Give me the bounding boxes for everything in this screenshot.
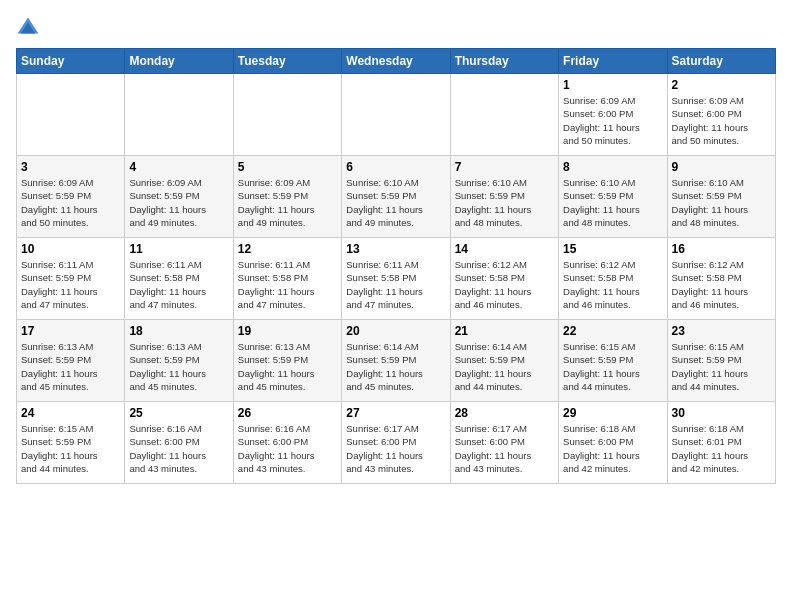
day-info: Sunrise: 6:14 AM Sunset: 5:59 PM Dayligh… — [455, 340, 554, 393]
calendar-cell — [342, 74, 450, 156]
logo-icon — [16, 16, 40, 40]
day-number: 14 — [455, 242, 554, 256]
calendar-week-row: 1Sunrise: 6:09 AM Sunset: 6:00 PM Daylig… — [17, 74, 776, 156]
day-number: 28 — [455, 406, 554, 420]
weekday-header: Saturday — [667, 49, 775, 74]
day-number: 5 — [238, 160, 337, 174]
day-info: Sunrise: 6:09 AM Sunset: 5:59 PM Dayligh… — [21, 176, 120, 229]
weekday-header-row: SundayMondayTuesdayWednesdayThursdayFrid… — [17, 49, 776, 74]
calendar-cell: 25Sunrise: 6:16 AM Sunset: 6:00 PM Dayli… — [125, 402, 233, 484]
calendar-cell: 2Sunrise: 6:09 AM Sunset: 6:00 PM Daylig… — [667, 74, 775, 156]
calendar-cell: 6Sunrise: 6:10 AM Sunset: 5:59 PM Daylig… — [342, 156, 450, 238]
weekday-header: Sunday — [17, 49, 125, 74]
day-number: 9 — [672, 160, 771, 174]
calendar-cell: 28Sunrise: 6:17 AM Sunset: 6:00 PM Dayli… — [450, 402, 558, 484]
day-number: 8 — [563, 160, 662, 174]
day-number: 10 — [21, 242, 120, 256]
calendar-week-row: 24Sunrise: 6:15 AM Sunset: 5:59 PM Dayli… — [17, 402, 776, 484]
calendar-cell: 27Sunrise: 6:17 AM Sunset: 6:00 PM Dayli… — [342, 402, 450, 484]
calendar-cell: 16Sunrise: 6:12 AM Sunset: 5:58 PM Dayli… — [667, 238, 775, 320]
day-number: 27 — [346, 406, 445, 420]
calendar-cell: 20Sunrise: 6:14 AM Sunset: 5:59 PM Dayli… — [342, 320, 450, 402]
day-info: Sunrise: 6:18 AM Sunset: 6:01 PM Dayligh… — [672, 422, 771, 475]
day-number: 22 — [563, 324, 662, 338]
calendar-cell — [450, 74, 558, 156]
calendar-cell: 3Sunrise: 6:09 AM Sunset: 5:59 PM Daylig… — [17, 156, 125, 238]
calendar-cell: 26Sunrise: 6:16 AM Sunset: 6:00 PM Dayli… — [233, 402, 341, 484]
day-info: Sunrise: 6:10 AM Sunset: 5:59 PM Dayligh… — [563, 176, 662, 229]
calendar-cell: 18Sunrise: 6:13 AM Sunset: 5:59 PM Dayli… — [125, 320, 233, 402]
calendar-cell: 12Sunrise: 6:11 AM Sunset: 5:58 PM Dayli… — [233, 238, 341, 320]
day-info: Sunrise: 6:10 AM Sunset: 5:59 PM Dayligh… — [672, 176, 771, 229]
day-info: Sunrise: 6:18 AM Sunset: 6:00 PM Dayligh… — [563, 422, 662, 475]
day-number: 21 — [455, 324, 554, 338]
day-info: Sunrise: 6:10 AM Sunset: 5:59 PM Dayligh… — [346, 176, 445, 229]
day-number: 26 — [238, 406, 337, 420]
day-info: Sunrise: 6:13 AM Sunset: 5:59 PM Dayligh… — [21, 340, 120, 393]
calendar-cell — [125, 74, 233, 156]
day-number: 13 — [346, 242, 445, 256]
day-number: 19 — [238, 324, 337, 338]
day-number: 12 — [238, 242, 337, 256]
weekday-header: Friday — [559, 49, 667, 74]
weekday-header: Wednesday — [342, 49, 450, 74]
calendar-table: SundayMondayTuesdayWednesdayThursdayFrid… — [16, 48, 776, 484]
calendar-week-row: 10Sunrise: 6:11 AM Sunset: 5:59 PM Dayli… — [17, 238, 776, 320]
calendar-cell: 7Sunrise: 6:10 AM Sunset: 5:59 PM Daylig… — [450, 156, 558, 238]
calendar-cell: 21Sunrise: 6:14 AM Sunset: 5:59 PM Dayli… — [450, 320, 558, 402]
day-info: Sunrise: 6:09 AM Sunset: 6:00 PM Dayligh… — [563, 94, 662, 147]
day-info: Sunrise: 6:15 AM Sunset: 5:59 PM Dayligh… — [672, 340, 771, 393]
calendar-cell: 24Sunrise: 6:15 AM Sunset: 5:59 PM Dayli… — [17, 402, 125, 484]
day-number: 25 — [129, 406, 228, 420]
day-info: Sunrise: 6:13 AM Sunset: 5:59 PM Dayligh… — [129, 340, 228, 393]
day-info: Sunrise: 6:13 AM Sunset: 5:59 PM Dayligh… — [238, 340, 337, 393]
day-number: 24 — [21, 406, 120, 420]
day-info: Sunrise: 6:12 AM Sunset: 5:58 PM Dayligh… — [672, 258, 771, 311]
calendar-cell: 17Sunrise: 6:13 AM Sunset: 5:59 PM Dayli… — [17, 320, 125, 402]
day-number: 3 — [21, 160, 120, 174]
day-number: 30 — [672, 406, 771, 420]
day-info: Sunrise: 6:11 AM Sunset: 5:58 PM Dayligh… — [238, 258, 337, 311]
day-info: Sunrise: 6:16 AM Sunset: 6:00 PM Dayligh… — [238, 422, 337, 475]
day-number: 6 — [346, 160, 445, 174]
day-info: Sunrise: 6:09 AM Sunset: 5:59 PM Dayligh… — [129, 176, 228, 229]
day-info: Sunrise: 6:11 AM Sunset: 5:58 PM Dayligh… — [346, 258, 445, 311]
calendar-cell: 1Sunrise: 6:09 AM Sunset: 6:00 PM Daylig… — [559, 74, 667, 156]
calendar-cell: 14Sunrise: 6:12 AM Sunset: 5:58 PM Dayli… — [450, 238, 558, 320]
day-number: 16 — [672, 242, 771, 256]
calendar-cell: 19Sunrise: 6:13 AM Sunset: 5:59 PM Dayli… — [233, 320, 341, 402]
logo — [16, 16, 44, 40]
calendar-cell: 5Sunrise: 6:09 AM Sunset: 5:59 PM Daylig… — [233, 156, 341, 238]
day-info: Sunrise: 6:14 AM Sunset: 5:59 PM Dayligh… — [346, 340, 445, 393]
day-info: Sunrise: 6:11 AM Sunset: 5:59 PM Dayligh… — [21, 258, 120, 311]
weekday-header: Tuesday — [233, 49, 341, 74]
calendar-cell: 22Sunrise: 6:15 AM Sunset: 5:59 PM Dayli… — [559, 320, 667, 402]
day-info: Sunrise: 6:16 AM Sunset: 6:00 PM Dayligh… — [129, 422, 228, 475]
page-header — [16, 16, 776, 40]
day-number: 2 — [672, 78, 771, 92]
calendar-week-row: 17Sunrise: 6:13 AM Sunset: 5:59 PM Dayli… — [17, 320, 776, 402]
calendar-cell: 9Sunrise: 6:10 AM Sunset: 5:59 PM Daylig… — [667, 156, 775, 238]
day-info: Sunrise: 6:12 AM Sunset: 5:58 PM Dayligh… — [563, 258, 662, 311]
weekday-header: Monday — [125, 49, 233, 74]
day-info: Sunrise: 6:15 AM Sunset: 5:59 PM Dayligh… — [21, 422, 120, 475]
calendar-cell: 29Sunrise: 6:18 AM Sunset: 6:00 PM Dayli… — [559, 402, 667, 484]
calendar-cell: 23Sunrise: 6:15 AM Sunset: 5:59 PM Dayli… — [667, 320, 775, 402]
calendar-week-row: 3Sunrise: 6:09 AM Sunset: 5:59 PM Daylig… — [17, 156, 776, 238]
day-number: 11 — [129, 242, 228, 256]
day-number: 20 — [346, 324, 445, 338]
day-number: 18 — [129, 324, 228, 338]
day-info: Sunrise: 6:09 AM Sunset: 5:59 PM Dayligh… — [238, 176, 337, 229]
day-info: Sunrise: 6:09 AM Sunset: 6:00 PM Dayligh… — [672, 94, 771, 147]
day-info: Sunrise: 6:12 AM Sunset: 5:58 PM Dayligh… — [455, 258, 554, 311]
day-number: 17 — [21, 324, 120, 338]
calendar-cell: 8Sunrise: 6:10 AM Sunset: 5:59 PM Daylig… — [559, 156, 667, 238]
calendar-cell: 4Sunrise: 6:09 AM Sunset: 5:59 PM Daylig… — [125, 156, 233, 238]
calendar-cell: 11Sunrise: 6:11 AM Sunset: 5:58 PM Dayli… — [125, 238, 233, 320]
weekday-header: Thursday — [450, 49, 558, 74]
day-number: 4 — [129, 160, 228, 174]
calendar-cell: 15Sunrise: 6:12 AM Sunset: 5:58 PM Dayli… — [559, 238, 667, 320]
day-info: Sunrise: 6:15 AM Sunset: 5:59 PM Dayligh… — [563, 340, 662, 393]
day-number: 7 — [455, 160, 554, 174]
day-info: Sunrise: 6:10 AM Sunset: 5:59 PM Dayligh… — [455, 176, 554, 229]
